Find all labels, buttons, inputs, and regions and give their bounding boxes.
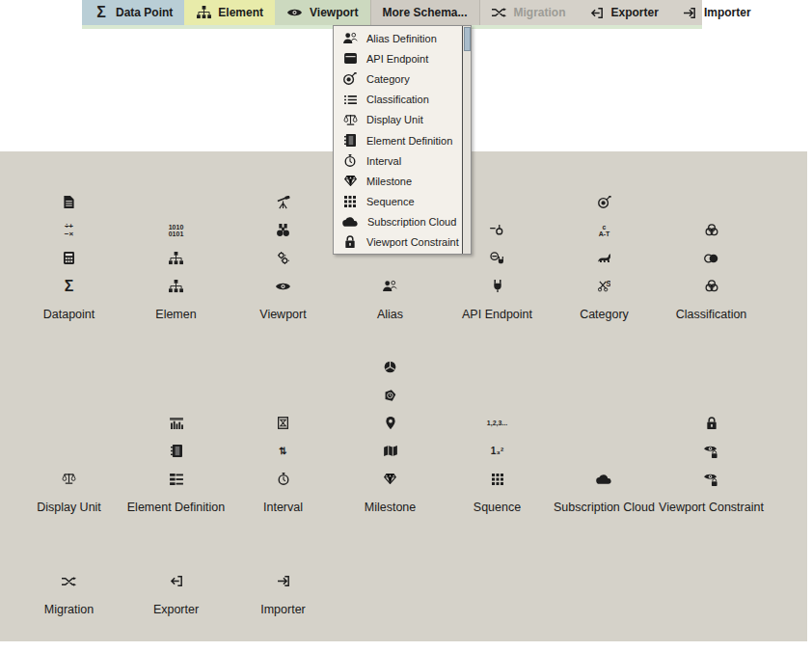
menu-item-alias-definition[interactable]: Alias Definition (334, 28, 471, 48)
palette-item-updown-arrows-icon[interactable]: ⇅ (276, 437, 291, 465)
palette-item-toggle-circle-icon[interactable] (704, 244, 719, 272)
location-pin-icon (383, 415, 398, 432)
palette-item-scales-icon[interactable] (62, 465, 77, 493)
palette-item-diamond-icon[interactable] (383, 465, 398, 493)
palette-item-s-scissors-icon[interactable]: S (597, 272, 612, 300)
numbers-132-icon: 1₃² (490, 443, 505, 460)
palette-item-hourglass-icon[interactable] (276, 409, 291, 437)
org-tree-icon (169, 250, 184, 267)
palette-item-numbers-list-icon[interactable]: 1,2,3... (487, 409, 507, 437)
palette-item-list-blocks-icon[interactable] (169, 465, 184, 493)
palette-item-binoculars-icon[interactable] (276, 216, 291, 244)
palette-column-subscription-cloud: Subscription Cloud (551, 353, 658, 514)
menu-item-label: Element Definition (366, 135, 452, 147)
letters-category-icon: c A-T (597, 222, 612, 239)
book-icon (169, 443, 184, 460)
palette-item-import-icon[interactable] (276, 567, 291, 595)
palette-item-venn-icon[interactable] (704, 216, 719, 244)
toolbar-button-viewport[interactable]: Viewport (275, 0, 369, 25)
math-operators-icon: ÷+ −× (62, 222, 77, 239)
palette-column-label: Classification (676, 300, 747, 321)
svg-text:S: S (606, 280, 610, 288)
toolbar-button-importer[interactable]: Importer (670, 0, 763, 25)
palette-item-calculator-icon[interactable] (62, 244, 77, 272)
palette-column-elemen: 1010 0101Elemen (122, 188, 230, 321)
toolbar-button-exporter[interactable]: Exporter (578, 0, 670, 25)
s-scissors-icon: S (597, 278, 612, 295)
book-icon (342, 132, 358, 149)
menu-item-sequence[interactable]: Sequence (334, 192, 471, 212)
palette-item-sigma-icon[interactable]: Σ (62, 272, 77, 300)
toolbar-button-migration: Migration (480, 0, 578, 25)
palette-item-grid-icon[interactable] (490, 465, 505, 493)
menu-item-milestone[interactable]: Milestone (334, 171, 471, 191)
palette-item-eye-icon[interactable] (275, 272, 291, 300)
menu-item-viewport-constraint[interactable]: Viewport Constraint (334, 232, 471, 253)
palette-item-chart-doc-icon[interactable] (169, 409, 184, 437)
palette-item-stopwatch-icon[interactable] (276, 465, 291, 493)
palette-item-clock-blob-icon[interactable] (383, 381, 398, 409)
toolbar-button-data-point[interactable]: ΣData Point (82, 0, 184, 25)
toolbar-button-label: Exporter (611, 6, 659, 19)
palette-column-interval: ⇅Interval (230, 353, 337, 514)
server-icon (342, 50, 358, 68)
menu-item-label: Alias Definition (366, 33, 437, 44)
menu-item-interval[interactable]: Interval (334, 150, 471, 171)
palette-item-cloud-icon[interactable] (596, 465, 612, 493)
palette-item-venn-icon[interactable] (704, 272, 719, 300)
dart-icon (342, 70, 358, 88)
menu-item-subscription-cloud[interactable]: Subscription Cloud (334, 212, 471, 232)
menu-item-classification[interactable]: Classification (334, 90, 471, 110)
palette-item-letters-category-icon[interactable]: c A-T (597, 216, 612, 244)
palette-item-export-icon[interactable] (169, 567, 184, 595)
grid-icon (342, 193, 358, 210)
palette-item-org-tree-icon[interactable] (169, 272, 184, 300)
palette-item-document-icon[interactable] (62, 188, 77, 216)
menu-item-api-endpoint[interactable]: API Endpoint (334, 48, 471, 68)
palette-item-dart-icon[interactable] (597, 188, 612, 216)
palette-item-book-icon[interactable] (169, 437, 184, 465)
palette-item-people-icon[interactable] (383, 272, 398, 300)
gears-icon (276, 250, 291, 267)
palette-item-map-icon[interactable] (383, 437, 398, 465)
palette-item-gears-icon[interactable] (276, 244, 291, 272)
palette-item-eye-lock-icon[interactable] (703, 465, 719, 493)
palette-item-math-operators-icon[interactable]: ÷+ −× (62, 216, 77, 244)
org-tree-icon (196, 4, 211, 21)
lock-icon (704, 415, 719, 432)
menu-item-label: Interval (366, 155, 401, 167)
palette-column-exporter: Exporter (122, 567, 230, 616)
menu-item-category[interactable]: Category (334, 68, 471, 89)
palette-item-wheel-icon[interactable] (383, 353, 398, 381)
toolbar-button-more-schema[interactable]: More Schema... (370, 0, 480, 25)
palette-column-label: Interval (263, 493, 303, 514)
palette-item-plug-cable-icon[interactable] (490, 216, 505, 244)
palette-column-label: Importer (260, 595, 306, 616)
menu-item-display-unit[interactable]: Display Unit (334, 110, 471, 130)
menu-item-label: Classification (366, 94, 429, 105)
palette-column-label: Viewport Constraint (659, 493, 764, 514)
menu-item-element-definition[interactable]: Element Definition (334, 130, 471, 150)
import-icon (276, 573, 291, 590)
updown-arrows-icon: ⇅ (276, 443, 291, 460)
palette-column-element-definition: Element Definition (122, 353, 230, 514)
palette-item-lock-icon[interactable] (704, 409, 719, 437)
palette-item-org-tree-icon[interactable] (169, 244, 184, 272)
palette-item-eye-lock-icon[interactable] (703, 437, 719, 465)
palette-item-location-pin-icon[interactable] (383, 409, 398, 437)
palette-column-classification: Classification (658, 188, 765, 321)
dart-icon (597, 194, 612, 211)
palette-item-telescope-icon[interactable] (276, 188, 291, 216)
palette-item-socket-plug-icon[interactable] (490, 244, 505, 272)
palette-item-shuffle-icon[interactable] (62, 567, 77, 595)
dropdown-scrollbar-thumb[interactable] (464, 27, 471, 51)
palette-item-binary-icon[interactable]: 1010 0101 (169, 216, 184, 244)
palette-item-cat-icon[interactable] (597, 244, 612, 272)
list-blocks-icon (169, 471, 184, 488)
palette-item-plug-icon[interactable] (490, 272, 505, 300)
eye-lock-icon (703, 443, 719, 460)
shuffle-icon (62, 573, 77, 590)
palette-item-numbers-132-icon[interactable]: 1₃² (490, 437, 505, 465)
toolbar-button-element[interactable]: Element (184, 0, 275, 25)
dropdown-scrollbar[interactable] (462, 26, 471, 254)
